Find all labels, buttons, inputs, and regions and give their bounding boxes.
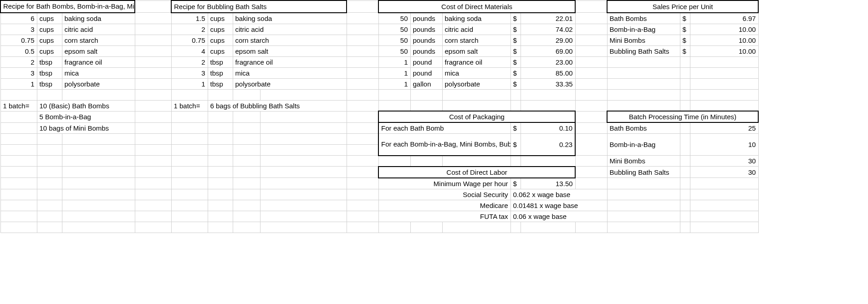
cell[interactable]: For each Bomb-in-a-Bag, Mini Bombs, Bubb… xyxy=(378,134,511,156)
cell[interactable]: fragrance oil xyxy=(233,56,347,67)
cell[interactable]: 1 xyxy=(0,78,37,89)
cell[interactable]: cups xyxy=(208,35,233,46)
cell[interactable]: 5 Bomb-in-a-Bag xyxy=(37,111,135,122)
cell[interactable]: 0.23 xyxy=(521,134,575,156)
cell[interactable]: 1 xyxy=(378,67,410,78)
cell[interactable]: 25 xyxy=(690,122,758,134)
cell[interactable]: 33.35 xyxy=(521,78,575,89)
cell[interactable]: cups xyxy=(37,46,62,56)
cell[interactable]: 3 xyxy=(0,24,37,35)
cell[interactable]: 1 xyxy=(378,56,410,67)
cell[interactable]: 10 xyxy=(690,134,758,156)
cell[interactable]: 0.75 xyxy=(171,35,208,46)
cell[interactable]: $ xyxy=(511,178,521,189)
cell[interactable]: 2 xyxy=(171,24,208,35)
cell[interactable]: Bubbling Bath Salts xyxy=(607,167,680,178)
cell[interactable]: 50 xyxy=(378,13,410,24)
cell[interactable]: 0.01481 x wage base xyxy=(511,200,607,211)
cell[interactable]: pounds xyxy=(410,24,442,35)
cell[interactable]: pounds xyxy=(410,35,442,46)
cell[interactable]: citric acid xyxy=(62,24,135,35)
cell[interactable]: mica xyxy=(62,67,135,78)
cell[interactable]: 0.06 x wage base xyxy=(511,211,607,222)
cell[interactable]: corn starch xyxy=(233,35,347,46)
cell[interactable]: 0.5 xyxy=(0,46,37,56)
cell[interactable]: cups xyxy=(208,24,233,35)
cell[interactable]: For each Bath Bomb xyxy=(378,122,511,134)
cell[interactable]: $ xyxy=(680,46,690,56)
cell[interactable]: gallon xyxy=(410,78,442,89)
cell[interactable]: tbsp xyxy=(37,67,62,78)
cell[interactable]: 10 bags of Mini Bombs xyxy=(37,122,135,134)
cell[interactable]: 0.10 xyxy=(521,122,575,134)
cell[interactable]: baking soda xyxy=(233,13,347,24)
cell[interactable]: 85.00 xyxy=(521,67,575,78)
cell[interactable]: 10.00 xyxy=(690,24,758,35)
cell[interactable]: corn starch xyxy=(62,35,135,46)
cell[interactable]: 23.00 xyxy=(521,56,575,67)
cell[interactable]: 30 xyxy=(690,167,758,178)
cell[interactable]: Mini Bombs xyxy=(607,156,680,167)
cell[interactable]: 50 xyxy=(378,24,410,35)
cell[interactable]: FUTA tax xyxy=(378,211,511,222)
cell[interactable]: 1 xyxy=(378,78,410,89)
cell[interactable]: cups xyxy=(208,46,233,56)
cell[interactable]: Social Security xyxy=(378,189,511,200)
cell[interactable]: 1 xyxy=(171,78,208,89)
cell[interactable]: mica xyxy=(233,67,347,78)
cell[interactable]: $ xyxy=(680,35,690,46)
cell[interactable]: 0.75 xyxy=(0,35,37,46)
cell[interactable]: epsom salt xyxy=(233,46,347,56)
cell[interactable]: fragrance oil xyxy=(62,56,135,67)
cell[interactable]: pound xyxy=(410,56,442,67)
cell[interactable]: Bath Bombs xyxy=(607,13,680,24)
cell[interactable]: 1.5 xyxy=(171,13,208,24)
cell[interactable]: epsom salt xyxy=(442,46,511,56)
cell[interactable]: pound xyxy=(410,67,442,78)
cell[interactable]: baking soda xyxy=(62,13,135,24)
cell[interactable]: cups xyxy=(37,13,62,24)
cell[interactable]: tbsp xyxy=(208,67,233,78)
cell[interactable]: $ xyxy=(511,56,521,67)
cell[interactable]: 6 xyxy=(0,13,37,24)
cell[interactable]: citric acid xyxy=(233,24,347,35)
cell[interactable]: corn starch xyxy=(442,35,511,46)
cell[interactable]: mica xyxy=(442,67,511,78)
cell[interactable]: 10.00 xyxy=(690,35,758,46)
cell[interactable]: 2 xyxy=(171,56,208,67)
cell[interactable]: 0.062 x wage base xyxy=(511,189,607,200)
cell[interactable]: $ xyxy=(511,35,521,46)
cell[interactable]: 10.00 xyxy=(690,46,758,56)
cell[interactable]: Mini Bombs xyxy=(607,35,680,46)
cell[interactable]: 1 batch= xyxy=(0,100,37,111)
cell[interactable]: 3 xyxy=(0,67,37,78)
cell[interactable]: Medicare xyxy=(378,200,511,211)
cell[interactable]: 30 xyxy=(690,156,758,167)
cell[interactable]: 69.00 xyxy=(521,46,575,56)
cell[interactable]: polysorbate xyxy=(233,78,347,89)
cell[interactable]: 6 bags of Bubbling Bath Salts xyxy=(208,100,347,111)
cell[interactable]: $ xyxy=(511,46,521,56)
cell[interactable]: baking soda xyxy=(442,13,511,24)
spreadsheet-grid[interactable]: Recipe for Bath Bombs, Bomb-in-a-Bag, Mi… xyxy=(0,0,759,233)
cell[interactable]: Bath Bombs xyxy=(607,122,680,134)
cell[interactable]: 6.97 xyxy=(690,13,758,24)
cell[interactable]: $ xyxy=(680,13,690,24)
cell[interactable]: cups xyxy=(37,24,62,35)
cell[interactable]: Bomb-in-a-Bag xyxy=(607,134,680,156)
cell[interactable]: 29.00 xyxy=(521,35,575,46)
cell[interactable]: $ xyxy=(511,13,521,24)
cell[interactable]: 1 batch= xyxy=(171,100,208,111)
cell[interactable]: cups xyxy=(208,13,233,24)
cell[interactable]: 74.02 xyxy=(521,24,575,35)
cell[interactable]: 3 xyxy=(171,67,208,78)
cell[interactable]: cups xyxy=(37,35,62,46)
cell[interactable]: $ xyxy=(511,24,521,35)
cell[interactable]: polysorbate xyxy=(442,78,511,89)
cell[interactable]: Minimum Wage per hour xyxy=(378,178,511,189)
cell[interactable]: Bomb-in-a-Bag xyxy=(607,24,680,35)
cell[interactable]: 50 xyxy=(378,35,410,46)
cell[interactable]: $ xyxy=(511,122,521,134)
cell[interactable]: 10 (Basic) Bath Bombs xyxy=(37,100,135,111)
cell[interactable]: tbsp xyxy=(37,78,62,89)
